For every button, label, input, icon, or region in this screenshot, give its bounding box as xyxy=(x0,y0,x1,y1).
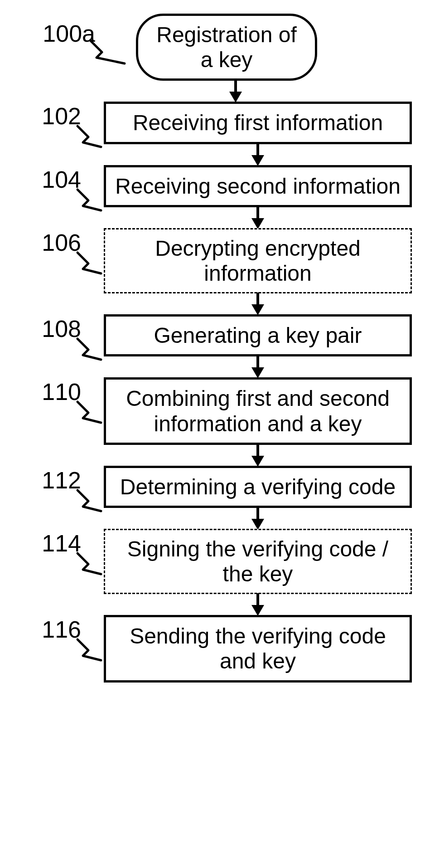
process-box: Signing the verifying code / the key xyxy=(104,529,412,594)
arrow-icon xyxy=(104,444,412,467)
process-box: Sending the verifying code and key xyxy=(104,615,412,682)
arrow-icon xyxy=(104,507,412,530)
leader-line-icon xyxy=(76,400,103,425)
flowchart-step-row: 116 Sending the verifying code and key xyxy=(13,615,412,682)
ref-label-col: 108 xyxy=(13,314,104,341)
terminator-start: Registration of a key xyxy=(136,14,317,81)
svg-marker-13 xyxy=(251,519,264,530)
process-box: Determining a verifying code xyxy=(104,466,412,508)
ref-label-col: 104 xyxy=(13,165,104,191)
svg-marker-15 xyxy=(251,605,264,616)
arrow-icon xyxy=(104,206,412,229)
flowchart-step-row: 112 Determining a verifying code xyxy=(13,466,412,529)
arrow-icon xyxy=(104,143,412,166)
leader-line-icon xyxy=(76,124,103,149)
ref-label-col: 116 xyxy=(13,615,104,641)
leader-line-icon xyxy=(76,551,103,576)
ref-label-100a-col: 100a xyxy=(9,14,100,45)
leader-line-icon xyxy=(76,251,103,276)
ref-label-col: 110 xyxy=(13,377,104,404)
flowchart-step-row: 104 Receiving second information xyxy=(13,165,412,228)
svg-marker-5 xyxy=(251,218,264,229)
flowchart-step-row: 102 Receiving first information xyxy=(13,102,412,165)
ref-label-col: 102 xyxy=(13,102,104,128)
flowchart-step-row: 114 Signing the verifying code / the key xyxy=(13,529,412,615)
arrow-icon xyxy=(104,356,412,378)
ref-label-col: 112 xyxy=(13,466,104,492)
svg-marker-9 xyxy=(251,367,264,378)
svg-marker-7 xyxy=(251,304,264,315)
leader-line-icon xyxy=(76,188,103,213)
leader-line-icon xyxy=(76,488,103,513)
ref-label-col: 114 xyxy=(13,529,104,555)
leader-line-icon xyxy=(88,39,127,66)
arrow-icon xyxy=(104,293,412,315)
flowchart-start-row: 100a Registration of a key xyxy=(9,14,416,102)
leader-line-icon xyxy=(76,337,103,362)
process-box: Generating a key pair xyxy=(104,314,412,356)
process-box: Receiving first information xyxy=(104,102,412,144)
leader-line-icon xyxy=(76,638,103,663)
svg-marker-1 xyxy=(229,92,242,102)
ref-label: 100a xyxy=(9,22,100,45)
flowchart-step-row: 106 Decrypting encrypted information xyxy=(13,228,412,314)
process-box: Combining first and second information a… xyxy=(104,377,412,444)
flowchart: 100a Registration of a key 102 xyxy=(9,14,416,683)
flowchart-step-row: 110 Combining first and second informati… xyxy=(13,377,412,465)
arrow-icon xyxy=(104,593,412,616)
process-box: Receiving second information xyxy=(104,165,412,207)
svg-marker-11 xyxy=(251,456,264,467)
flowchart-step-row: 108 Generating a key pair xyxy=(13,314,412,377)
svg-marker-3 xyxy=(251,155,264,166)
arrow-icon xyxy=(227,80,425,102)
process-box: Decrypting encrypted information xyxy=(104,228,412,293)
ref-label-col: 106 xyxy=(13,228,104,254)
